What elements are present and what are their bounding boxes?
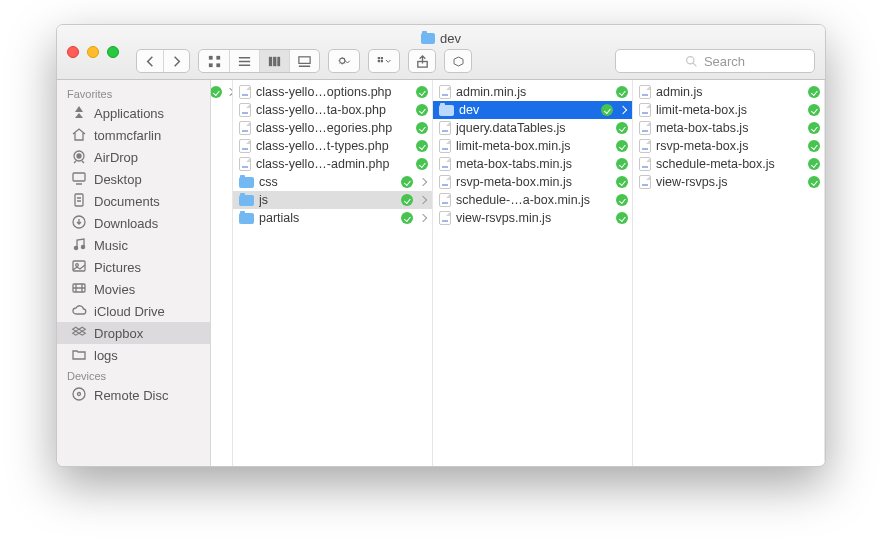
item-name: class-yello…t-types.php [256, 139, 411, 153]
sidebar-item-movies[interactable]: Movies [57, 278, 210, 300]
gallery-view-button[interactable] [289, 50, 319, 72]
item-name: admin.min.js [456, 85, 611, 99]
column-2: admin.min.jsdevjquery.dataTables.jslimit… [433, 80, 633, 466]
folder-row[interactable]: js [233, 191, 432, 209]
file-row[interactable]: rsvp-meta-box.min.js [433, 173, 632, 191]
sidebar-item-dropbox[interactable]: Dropbox [57, 322, 210, 344]
sync-badge-icon [808, 176, 820, 188]
apps-icon [71, 104, 87, 123]
group-menu-button[interactable] [369, 50, 399, 72]
sync-badge-icon [808, 140, 820, 152]
search-field[interactable]: Search [615, 49, 815, 73]
column-0 [211, 80, 233, 466]
icon-view-button[interactable] [199, 50, 229, 72]
item-name: rsvp-meta-box.min.js [456, 175, 611, 189]
file-row[interactable]: meta-box-tabs.min.js [433, 155, 632, 173]
svg-point-14 [687, 56, 694, 63]
maximize-button[interactable] [107, 46, 119, 58]
file-row[interactable]: admin.js [633, 83, 824, 101]
sidebar-item-label: Desktop [94, 172, 142, 187]
sidebar-item-documents[interactable]: Documents [57, 190, 210, 212]
minimize-button[interactable] [87, 46, 99, 58]
sidebar-item-logs[interactable]: logs [57, 344, 210, 366]
file-row[interactable]: class-yello…ta-box.php [233, 101, 432, 119]
file-row[interactable]: view-rsvps.min.js [433, 209, 632, 227]
folder-row[interactable] [211, 83, 232, 101]
file-icon [239, 121, 251, 135]
group-button-group [368, 49, 400, 73]
share-button[interactable] [409, 50, 435, 72]
folder-row[interactable]: css [233, 173, 432, 191]
svg-point-20 [74, 246, 77, 249]
file-row[interactable]: class-yello…egories.php [233, 119, 432, 137]
svg-point-23 [76, 263, 79, 266]
folder-row[interactable]: partials [233, 209, 432, 227]
close-button[interactable] [67, 46, 79, 58]
item-name: js [259, 193, 396, 207]
item-name: limit-meta-box.min.js [456, 139, 611, 153]
sync-badge-icon [808, 104, 820, 116]
sync-badge-icon [416, 158, 428, 170]
back-button[interactable] [137, 50, 163, 72]
file-row[interactable]: limit-meta-box.js [633, 101, 824, 119]
list-view-button[interactable] [229, 50, 259, 72]
file-icon [439, 139, 451, 153]
column-3: admin.jslimit-meta-box.jsmeta-box-tabs.j… [633, 80, 825, 466]
file-row[interactable]: schedule-…a-box.min.js [433, 191, 632, 209]
sync-badge-icon [808, 158, 820, 170]
svg-point-26 [78, 392, 81, 395]
view-mode-buttons [198, 49, 320, 73]
item-name: rsvp-meta-box.js [656, 139, 803, 153]
file-row[interactable]: meta-box-tabs.js [633, 119, 824, 137]
file-row[interactable]: admin.min.js [433, 83, 632, 101]
sidebar-item-music[interactable]: Music [57, 234, 210, 256]
forward-button[interactable] [163, 50, 189, 72]
file-row[interactable]: class-yello…-admin.php [233, 155, 432, 173]
sidebar-item-desktop[interactable]: Desktop [57, 168, 210, 190]
file-icon [439, 157, 451, 171]
file-icon [439, 85, 451, 99]
file-icon [439, 175, 451, 189]
sidebar-item-airdrop[interactable]: AirDrop [57, 146, 210, 168]
item-name: view-rsvps.js [656, 175, 803, 189]
file-icon [439, 121, 451, 135]
column-1: class-yello…options.phpclass-yello…ta-bo… [233, 80, 433, 466]
sidebar-item-tommcfarlin[interactable]: tommcfarlin [57, 124, 210, 146]
svg-point-21 [81, 245, 84, 248]
sidebar-item-downloads[interactable]: Downloads [57, 212, 210, 234]
svg-point-8 [339, 58, 344, 63]
chevron-right-icon [419, 196, 427, 204]
sidebar-item-applications[interactable]: Applications [57, 102, 210, 124]
window-title-text: dev [440, 31, 461, 46]
file-icon [639, 157, 651, 171]
sync-badge-icon [616, 194, 628, 206]
file-row[interactable]: view-rsvps.js [633, 173, 824, 191]
svg-rect-0 [208, 55, 212, 59]
file-row[interactable]: class-yello…t-types.php [233, 137, 432, 155]
file-row[interactable]: limit-meta-box.min.js [433, 137, 632, 155]
sidebar-item-icloud-drive[interactable]: iCloud Drive [57, 300, 210, 322]
file-row[interactable]: rsvp-meta-box.js [633, 137, 824, 155]
file-row[interactable]: class-yello…options.php [233, 83, 432, 101]
file-row[interactable]: schedule-meta-box.js [633, 155, 824, 173]
svg-rect-7 [299, 56, 310, 63]
folder-row[interactable]: dev [433, 101, 632, 119]
column-view-button[interactable] [259, 50, 289, 72]
folder-icon [439, 105, 454, 116]
sidebar-item-label: AirDrop [94, 150, 138, 165]
file-row[interactable]: jquery.dataTables.js [433, 119, 632, 137]
sidebar-item-pictures[interactable]: Pictures [57, 256, 210, 278]
file-icon [439, 193, 451, 207]
action-menu-button[interactable] [329, 50, 359, 72]
svg-rect-9 [377, 57, 379, 59]
item-name: meta-box-tabs.min.js [456, 157, 611, 171]
tags-button[interactable] [445, 50, 471, 72]
sidebar: FavoritesApplicationstommcfarlinAirDropD… [57, 80, 211, 466]
file-icon [639, 103, 651, 117]
chevron-right-icon [619, 106, 627, 114]
sidebar-item-remote-disc[interactable]: Remote Disc [57, 384, 210, 406]
sync-badge-icon [808, 122, 820, 134]
search-placeholder: Search [704, 54, 745, 69]
sidebar-item-label: Movies [94, 282, 135, 297]
svg-rect-11 [377, 60, 379, 62]
